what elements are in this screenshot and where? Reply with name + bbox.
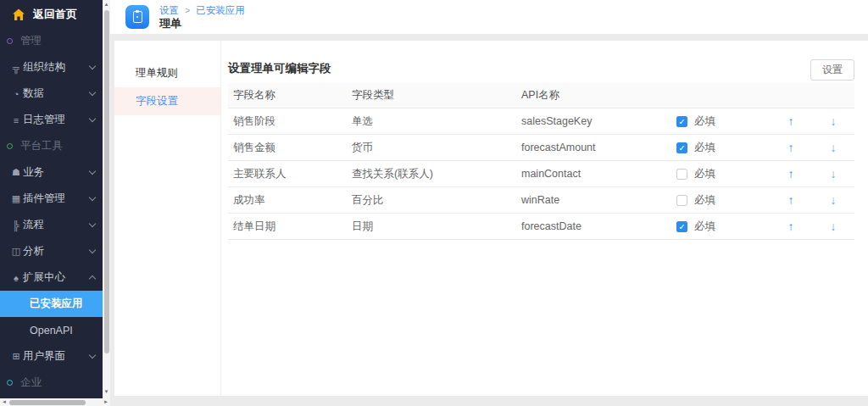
field-api-name: forecastDate [521,220,676,232]
breadcrumb-separator: > [185,6,190,15]
field-name: 结单日期 [228,220,352,234]
chevron-down-icon [89,115,96,122]
section-dot-icon [7,143,13,149]
field-name: 主要联系人 [228,167,352,181]
breadcrumb-settings[interactable]: 设置 [159,5,179,15]
table-row: 结单日期日期forecastDate✓必填↑↓ [228,214,854,240]
column-header: API名称 [521,88,676,103]
arrow-up-icon[interactable]: ↑ [770,114,812,128]
business-icon: ☗ [10,167,22,178]
required-label: 必填 [694,141,715,155]
main-panel: 理单规则字段设置 设置理单可编辑字段 设置 字段名称字段类型API名称销售阶段单… [114,41,868,396]
settings-button[interactable]: 设置 [810,59,854,81]
arrow-down-icon[interactable]: ↓ [812,193,854,207]
data-icon: ◔ [10,89,22,99]
sidebar-item-label: 平台工具 [20,139,63,153]
chevron-down-icon [89,89,96,96]
horizontal-scrollbar-thumb[interactable] [9,400,86,405]
required-checkbox[interactable]: ✓ [676,169,687,180]
arrow-up-icon[interactable]: ↑ [770,193,812,207]
arrow-down-icon[interactable]: ↓ [812,114,854,128]
field-type: 百分比 [352,193,521,208]
sidebar-item-业务[interactable]: ☗业务 [0,159,103,186]
sidebar-item-组织结构[interactable]: ╦组织结构 [0,54,103,81]
sidebar-vertical-scrollbar[interactable]: ▲ ▼ [103,0,110,398]
sidebar-item-已安装应用[interactable]: 已安装应用 [0,291,103,317]
scroll-up-icon[interactable]: ▲ [103,0,110,9]
home-icon [12,8,29,20]
sidebar-item-label: 插件管理 [23,192,65,206]
sidebar-item-日志管理[interactable]: ≡日志管理 [0,107,103,133]
content-area: 设置 > 已安装应用 理单 理单规则字段设置 设置理单可编辑字段 设置 字段名称… [110,0,868,406]
required-checkbox[interactable]: ✓ [676,195,687,206]
sidebar-item-label: 数据 [23,86,44,101]
sidebar-item-label: 已安装应用 [30,297,83,311]
arrow-up-icon[interactable]: ↑ [770,141,812,154]
arrow-down-icon[interactable]: ↓ [812,141,854,154]
sidebar-item-label: 流程 [23,218,44,232]
sidebar: 返回首页 管理╦组织结构◔数据≡日志管理平台工具☗业务▦插件管理╠流程◫分析♠扩… [0,0,103,406]
submenu-item-字段设置[interactable]: 字段设置 [114,87,220,115]
field-api-name: salesStageKey [521,115,676,127]
sidebar-item-label: 分析 [23,244,44,259]
required-checkbox[interactable]: ✓ [676,116,687,127]
sidebar-item-OpenAPI[interactable]: OpenAPI [0,317,103,343]
sidebar-item-企业: 企业 [0,370,103,396]
sidebar-menu: 管理╦组织结构◔数据≡日志管理平台工具☗业务▦插件管理╠流程◫分析♠扩展中心已安… [0,28,103,396]
sidebar-item-label: 业务 [23,165,44,180]
org-icon: ╦ [10,63,22,73]
required-cell: ✓必填 [676,220,770,234]
sidebar-item-home[interactable]: 返回首页 [0,0,103,28]
sidebar-item-扩展中心[interactable]: ♠扩展中心 [0,264,103,291]
required-checkbox[interactable]: ✓ [676,221,687,232]
arrow-up-icon[interactable]: ↑ [770,167,812,181]
header-divider [110,34,868,41]
flow-icon: ╠ [10,220,22,231]
page-title: 理单 [159,17,245,31]
scroll-right-icon[interactable]: ► [102,398,110,406]
required-cell: ✓必填 [676,114,770,129]
submenu-item-理单规则[interactable]: 理单规则 [114,59,220,87]
field-type: 单选 [352,114,521,129]
field-api-name: forecastAmount [521,142,676,153]
sidebar-item-数据[interactable]: ◔数据 [0,81,103,107]
sidebar-item-流程[interactable]: ╠流程 [0,212,103,238]
arrow-down-icon[interactable]: ↓ [812,167,854,181]
required-label: 必填 [694,220,715,234]
sidebar-item-平台工具: 平台工具 [0,133,103,159]
arrow-up-icon[interactable]: ↑ [770,220,812,233]
sidebar-item-label: 用户界面 [23,349,65,364]
sidebar-item-分析[interactable]: ◫分析 [0,238,103,264]
section-dot-icon [7,380,13,386]
section-heading: 设置理单可编辑字段 [228,62,854,75]
required-label: 必填 [694,114,715,129]
table-row: 销售阶段单选salesStageKey✓必填↑↓ [228,108,854,135]
section-dot-icon [7,38,13,44]
scroll-down-icon[interactable]: ▼ [103,387,110,397]
breadcrumb-installed-apps[interactable]: 已安装应用 [196,5,245,15]
sidebar-item-用户界面[interactable]: ⊞用户界面 [0,343,103,370]
chevron-down-icon [89,168,96,175]
scroll-left-icon[interactable]: ◄ [0,398,8,406]
secondary-menu: 理单规则字段设置 [114,41,221,396]
field-name: 成功率 [228,193,352,208]
sidebar-item-label: 管理 [20,34,42,48]
sidebar-item-插件管理[interactable]: ▦插件管理 [0,186,103,212]
field-api-name: mainContact [521,168,676,180]
required-label: 必填 [694,167,715,181]
field-name: 销售金额 [228,141,352,155]
chevron-down-icon [89,247,96,253]
extension-icon: ♠ [10,273,22,283]
column-header: 字段名称 [228,88,352,103]
sidebar-item-label: OpenAPI [30,325,73,336]
table-header-row: 字段名称字段类型API名称 [228,83,854,108]
sidebar-horizontal-scrollbar[interactable]: ◄ ► [0,398,110,406]
required-checkbox[interactable]: ✓ [676,142,687,153]
vertical-scrollbar-thumb[interactable] [104,10,109,353]
table-row: 销售金额货币forecastAmount✓必填↑↓ [228,135,854,161]
field-type: 查找关系(联系人) [352,167,521,181]
sidebar-home-label: 返回首页 [33,7,77,22]
arrow-down-icon[interactable]: ↓ [812,220,854,233]
table-row: 主要联系人查找关系(联系人)mainContact✓必填↑↓ [228,161,854,187]
page-header: 设置 > 已安装应用 理单 [110,0,868,34]
